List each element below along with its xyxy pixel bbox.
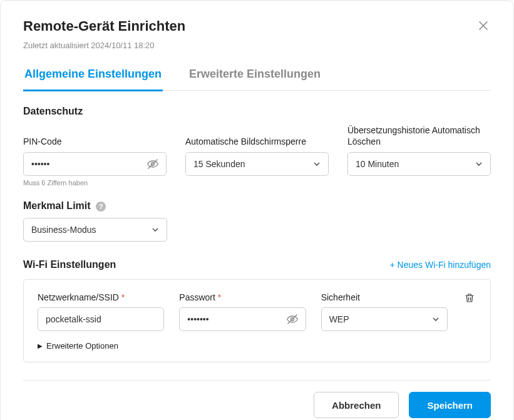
autodelete-label: Übersetzungshistorie Automatisch Löschen [347, 125, 491, 147]
add-wifi-link[interactable]: + Neues Wi-Fi hinzufügen [390, 260, 491, 270]
pin-label: PIN-Code [23, 125, 167, 147]
close-button[interactable] [476, 18, 491, 33]
pin-hint: Muss 6 Ziffern haben [23, 179, 167, 187]
tabs: Allgemeine Einstellungen Erweiterte Eins… [23, 68, 491, 91]
feature-limit-select[interactable]: Business-Modus [23, 218, 167, 242]
ssid-input[interactable] [38, 307, 164, 331]
chevron-down-icon [432, 315, 439, 323]
chevron-down-icon [152, 226, 159, 233]
security-label: Sicherheit [321, 292, 448, 302]
triangle-right-icon: ▶ [38, 342, 43, 349]
help-icon[interactable]: ? [96, 202, 106, 212]
delete-wifi-button[interactable] [463, 291, 476, 305]
autodelete-value: 10 Minuten [356, 159, 399, 169]
wifi-password-label: Passwort * [179, 292, 306, 302]
chevron-down-icon [313, 160, 321, 168]
ssid-label: Netzwerkname/SSID * [38, 292, 164, 302]
screenlock-value: 15 Sekunden [193, 159, 245, 169]
last-updated: Zuletzt aktualisiert 2024/10/11 18:20 [23, 41, 491, 50]
save-button[interactable]: Speichern [409, 392, 491, 418]
screenlock-select[interactable]: 15 Sekunden [185, 152, 329, 176]
pin-visibility-toggle[interactable] [145, 156, 160, 172]
tab-advanced[interactable]: Erweiterte Einstellungen [188, 68, 322, 91]
eye-off-icon [286, 313, 299, 325]
eye-off-icon [146, 158, 159, 170]
tab-general[interactable]: Allgemeine Einstellungen [23, 68, 163, 91]
dialog-title: Remote-Gerät Einrichten [23, 18, 185, 34]
chevron-down-icon [475, 160, 483, 168]
security-select[interactable]: WEP [321, 307, 448, 331]
advanced-options-label: Erweiterte Optionen [46, 341, 118, 351]
section-privacy: Datenschutz [23, 106, 491, 117]
autodelete-select[interactable]: 10 Minuten [347, 152, 491, 176]
feature-limit-value: Business-Modus [31, 225, 96, 235]
screenlock-label: Automatische Bildschirmsperre [185, 125, 329, 147]
modal-dialog: Remote-Gerät Einrichten Zuletzt aktualis… [0, 0, 514, 420]
feature-limit-label: Merkmal Limit ? [23, 200, 106, 212]
advanced-options-toggle[interactable]: ▶ Erweiterte Optionen [38, 341, 476, 351]
section-wifi: Wi-Fi Einstellungen [23, 259, 116, 270]
trash-icon [464, 292, 475, 304]
security-value: WEP [329, 314, 349, 324]
wifi-entry: Netzwerkname/SSID * Passwort * Sicherhei… [23, 279, 491, 362]
wifi-password-visibility-toggle[interactable] [285, 312, 300, 327]
divider [23, 380, 491, 381]
cancel-button[interactable]: Abbrechen [314, 392, 399, 418]
close-icon [478, 21, 488, 31]
